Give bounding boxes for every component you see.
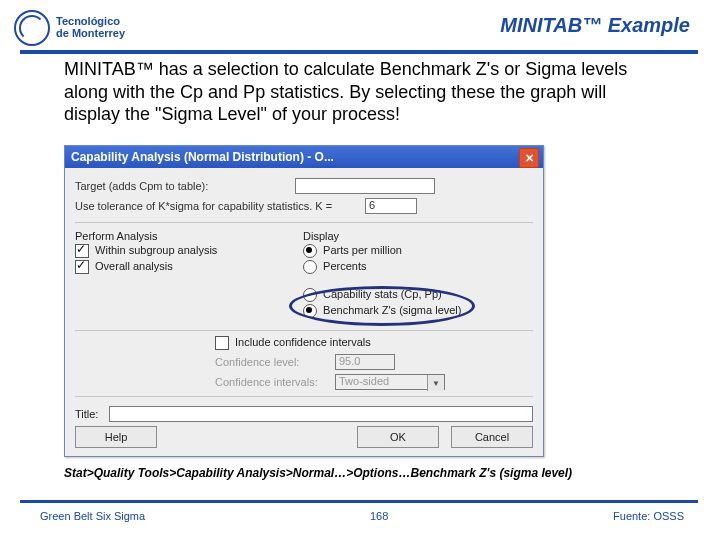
help-button[interactable]: Help: [75, 426, 157, 448]
highlight-ellipse: [289, 286, 475, 326]
radio-ppm[interactable]: [303, 244, 317, 258]
footer-left: Green Belt Six Sigma: [40, 510, 145, 522]
ppm-label: Parts per million: [323, 244, 402, 256]
close-icon[interactable]: ✕: [519, 148, 539, 168]
logo: Tecnológico de Monterrey: [14, 10, 125, 46]
cancel-button[interactable]: Cancel: [451, 426, 533, 448]
menu-path: Stat>Quality Tools>Capability Analysis>N…: [64, 466, 572, 480]
header: Tecnológico de Monterrey MINITAB™ Exampl…: [0, 6, 720, 50]
title-row: Title:: [75, 402, 533, 426]
button-row: Help OK Cancel: [75, 426, 533, 448]
overall-label: Overall analysis: [95, 260, 173, 272]
body-paragraph: MINITAB™ has a selection to calculate Be…: [64, 58, 644, 126]
k-input[interactable]: 6: [365, 198, 417, 214]
conf-int-select: Two-sided ▼: [335, 374, 445, 390]
conf-level-input: 95.0: [335, 354, 395, 370]
checkbox-include-ci[interactable]: [215, 336, 229, 350]
logo-icon: [14, 10, 50, 46]
tolerance-label: Use tolerance of K*sigma for capability …: [75, 200, 365, 212]
dialog-title: Capability Analysis (Normal Distribution…: [71, 150, 334, 164]
capability-dialog: Capability Analysis (Normal Distribution…: [64, 145, 544, 457]
footer-right: Fuente: OSSS: [613, 510, 684, 522]
include-ci-label: Include confidence intervals: [235, 336, 371, 348]
ok-button[interactable]: OK: [357, 426, 439, 448]
percents-label: Percents: [323, 260, 366, 272]
confidence-group: Include confidence intervals Confidence …: [215, 336, 515, 394]
logo-text: Tecnológico de Monterrey: [56, 16, 125, 39]
within-subgroup-label: Within subgroup analysis: [95, 244, 217, 256]
title-input[interactable]: [109, 406, 533, 422]
chevron-down-icon: ▼: [427, 375, 444, 391]
page-number: 168: [370, 510, 388, 522]
display-heading: Display: [303, 230, 513, 242]
slide-title: MINITAB™ Example: [500, 14, 690, 37]
logo-line-2: de Monterrey: [56, 28, 125, 40]
checkbox-within-subgroup[interactable]: [75, 244, 89, 258]
target-input[interactable]: [295, 178, 435, 194]
radio-percents[interactable]: [303, 260, 317, 274]
conf-int-value: Two-sided: [339, 375, 389, 387]
dialog-titlebar: Capability Analysis (Normal Distribution…: [65, 146, 543, 168]
perform-analysis-group: Perform Analysis Within subgroup analysi…: [75, 230, 275, 274]
checkbox-overall[interactable]: [75, 260, 89, 274]
target-label: Target (adds Cpm to table):: [75, 180, 295, 192]
header-rule: [20, 50, 698, 54]
footer-rule: [20, 500, 698, 503]
conf-int-label: Confidence intervals:: [215, 376, 335, 388]
perform-heading: Perform Analysis: [75, 230, 275, 242]
conf-level-label: Confidence level:: [215, 356, 335, 368]
title-label: Title:: [75, 408, 109, 420]
footer: Green Belt Six Sigma 168 Fuente: OSSS: [40, 510, 684, 522]
